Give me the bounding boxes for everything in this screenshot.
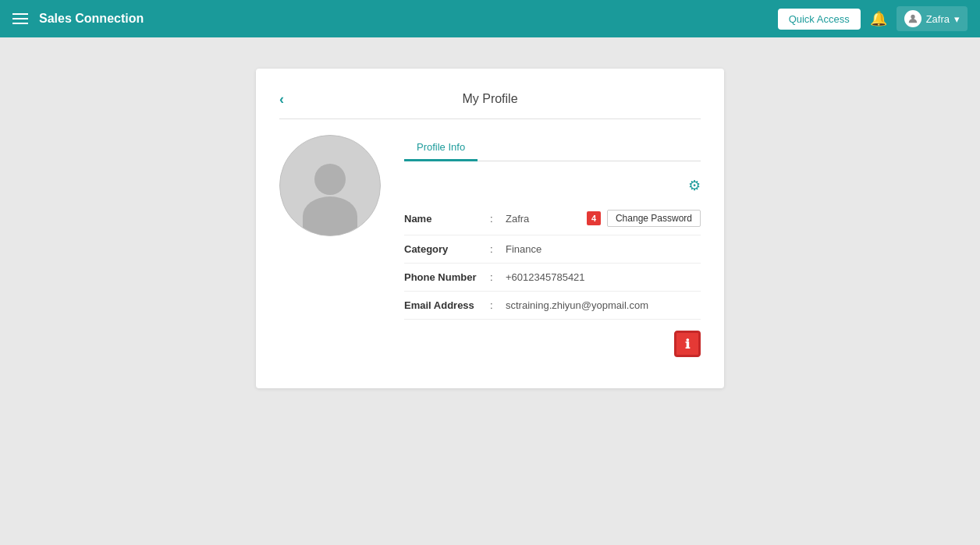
main-content: ‹ My Profile Profile Info [0,37,980,545]
avatar-head [314,164,346,195]
avatar-person [303,164,357,235]
user-name-label: Zafra [926,13,950,25]
field-colon-email: : [490,299,506,311]
field-value-phone: +6012345785421 [506,271,701,283]
back-button[interactable]: ‹ [279,91,284,108]
field-value-name: Zafra [506,213,581,225]
field-row-phone: Phone Number : +6012345785421 [404,264,701,292]
avatar [904,10,921,27]
avatar-image [279,135,381,236]
profile-info-section: Profile Info ⚙ Name : Zafra 4 Change Pas… [404,135,701,357]
field-colon-category: : [490,243,506,255]
profile-tabs: Profile Info [404,135,701,161]
field-row-email: Email Address : sctraining.zhiyun@yopmai… [404,292,701,320]
field-colon-name: : [490,213,506,225]
change-password-button[interactable]: Change Password [607,210,701,227]
quick-access-button[interactable]: Quick Access [778,9,861,30]
top-header: Sales Connection Quick Access 🔔 Zafra ▾ [0,0,980,37]
header-right: Quick Access 🔔 Zafra ▾ [778,6,968,31]
page-title: My Profile [462,92,517,106]
card-header: ‹ My Profile [279,92,701,119]
change-pwd-badge: 4 [587,211,601,225]
field-row-name: Name : Zafra 4 Change Password [404,202,701,235]
field-label-phone: Phone Number [404,271,490,283]
profile-card: ‹ My Profile Profile Info [256,69,724,388]
info-row: ℹ [404,331,701,357]
app-title: Sales Connection [39,12,144,26]
field-colon-phone: : [490,271,506,283]
avatar-section [279,135,381,236]
gear-button[interactable]: ⚙ [688,177,701,194]
field-value-category: Finance [506,243,701,255]
field-label-email: Email Address [404,299,490,311]
user-menu[interactable]: Zafra ▾ [897,6,968,31]
name-value-area: Zafra 4 Change Password [506,210,701,227]
svg-point-0 [911,15,914,19]
field-row-category: Category : Finance [404,235,701,264]
notification-bell-icon[interactable]: 🔔 [870,10,887,27]
chevron-down-icon: ▾ [954,13,960,25]
tab-profile-info[interactable]: Profile Info [404,135,478,161]
info-icon: ℹ [685,337,690,352]
header-left: Sales Connection [12,12,144,26]
menu-icon[interactable] [12,13,28,24]
field-label-category: Category [404,243,490,255]
avatar-body [303,196,357,235]
info-button[interactable]: ℹ [674,331,701,357]
card-body: Profile Info ⚙ Name : Zafra 4 Change Pas… [279,135,701,357]
field-label-name: Name [404,213,490,225]
field-value-email: sctraining.zhiyun@yopmail.com [506,299,701,311]
settings-row: ⚙ [404,177,701,194]
